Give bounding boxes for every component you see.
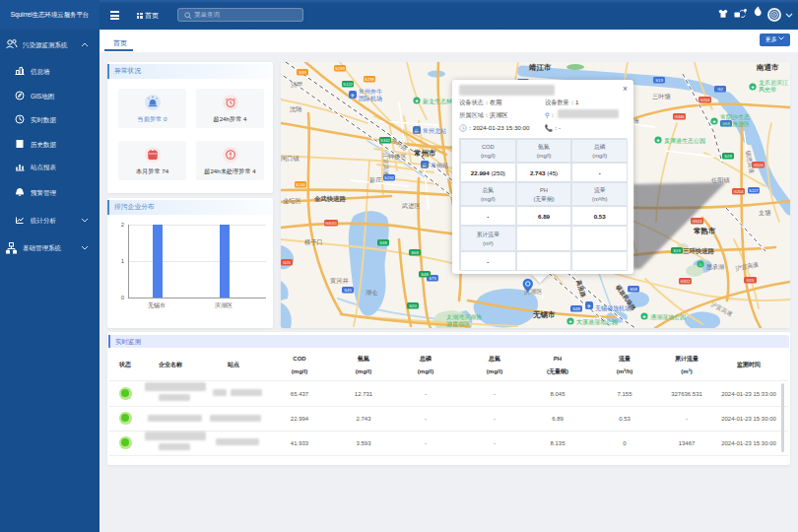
svg-text:无锡市: 无锡市	[532, 310, 556, 319]
svg-text:大溪港湿地公园: 大溪港湿地公园	[576, 318, 618, 326]
svg-text:🚆: 🚆	[422, 162, 429, 169]
svg-text:常州站: 常州站	[431, 163, 448, 169]
svg-text:湖仑: 湖仑	[366, 289, 378, 296]
svg-text:G204: G204	[733, 189, 744, 194]
svg-text:常州北站: 常州北站	[423, 127, 446, 135]
svg-text:新龙生态林: 新龙生态林	[423, 98, 453, 104]
svg-text:游度假区: 游度假区	[446, 320, 470, 328]
svg-text:✈: ✈	[351, 93, 356, 99]
svg-text:G524: G524	[753, 163, 764, 167]
svg-text:♣: ♣	[569, 319, 572, 324]
svg-text:南通市: 南通市	[756, 63, 779, 72]
svg-text:G524: G524	[692, 219, 702, 224]
svg-text:黄潭港生态公园: 黄潭港生态公园	[664, 137, 705, 145]
svg-text:S38: S38	[379, 240, 387, 245]
svg-text:S20: S20	[409, 303, 417, 308]
svg-text:农业旅游区: 农业旅游区	[720, 120, 750, 128]
svg-text:G25: G25	[283, 260, 292, 265]
svg-text:♣: ♣	[416, 99, 419, 103]
svg-text:S45: S45	[344, 288, 352, 293]
svg-text:漕湖湿地公园: 漕湖湿地公园	[650, 313, 686, 321]
svg-text:闸口镇: 闸口镇	[281, 155, 299, 163]
svg-text:♨: ♨	[698, 262, 702, 267]
svg-text:三叶塘: 三叶塘	[652, 93, 671, 100]
svg-text:🚆: 🚆	[414, 127, 421, 135]
svg-text:S29: S29	[724, 154, 732, 159]
svg-text:S48: S48	[421, 272, 429, 277]
svg-text:靖江市: 靖江市	[528, 63, 552, 72]
svg-text:G346: G346	[674, 114, 685, 119]
svg-text:S227: S227	[749, 188, 759, 193]
svg-text:无锡硕放机场: 无锡硕放机场	[595, 304, 631, 312]
svg-text:武进区: 武进区	[401, 202, 421, 210]
svg-text:♣: ♣	[657, 138, 660, 143]
svg-text:黄河井: 黄河井	[330, 277, 349, 285]
svg-text:支塘: 支塘	[758, 209, 771, 217]
svg-text:✈: ✈	[587, 303, 592, 309]
svg-text:横子口: 横子口	[304, 238, 323, 246]
svg-text:♣: ♣	[643, 314, 646, 319]
svg-text:常州奔牛: 常州奔牛	[359, 89, 382, 95]
svg-text:新庄: 新庄	[368, 176, 381, 183]
svg-text:G204: G204	[699, 98, 710, 102]
svg-text:S19: S19	[673, 248, 681, 253]
svg-text:S39: S39	[299, 70, 306, 75]
svg-text:常阴沙生态: 常阴沙生态	[720, 113, 750, 121]
svg-text:滨湖区: 滨湖区	[523, 288, 543, 296]
svg-text:三环快速路: 三环快速路	[683, 247, 715, 255]
svg-text:S48: S48	[572, 306, 580, 311]
svg-text:S239: S239	[335, 66, 345, 71]
svg-text:洪甲: 洪甲	[291, 81, 302, 89]
svg-text:G2: G2	[717, 87, 723, 92]
svg-text:S238: S238	[365, 77, 374, 82]
svg-text:太湖湾滨湖旅: 太湖湾滨湖旅	[446, 313, 482, 321]
svg-text:风光带: 风光带	[759, 87, 776, 94]
svg-text:昆承湖: 昆承湖	[706, 264, 724, 271]
svg-text:♣: ♣	[752, 85, 755, 90]
svg-text:S58: S58	[630, 287, 637, 292]
svg-text:常州市: 常州市	[414, 149, 436, 158]
svg-text:江宜高速: 江宜高速	[382, 153, 390, 176]
svg-text:龙爪岩滨江: 龙爪岩滨江	[759, 79, 788, 87]
svg-text:S342: S342	[380, 138, 390, 143]
svg-text:金武快速路: 金武快速路	[313, 195, 347, 203]
svg-text:金坛区: 金坛区	[283, 197, 301, 204]
svg-text:G15: G15	[747, 278, 756, 283]
svg-text:国际机场: 国际机场	[359, 95, 382, 102]
svg-text:G312: G312	[680, 279, 691, 284]
svg-text:♣: ♣	[713, 119, 716, 124]
svg-text:S122: S122	[343, 82, 353, 87]
svg-text:G4011: G4011	[325, 221, 338, 226]
svg-text:S58: S58	[411, 250, 419, 255]
svg-text:常熟市: 常熟市	[694, 227, 716, 235]
svg-text:沈陆: 沈陆	[290, 105, 301, 113]
svg-text:S240: S240	[296, 182, 305, 187]
svg-text:钟楼区: 钟楼区	[387, 153, 407, 160]
svg-text:S19: S19	[655, 78, 663, 83]
